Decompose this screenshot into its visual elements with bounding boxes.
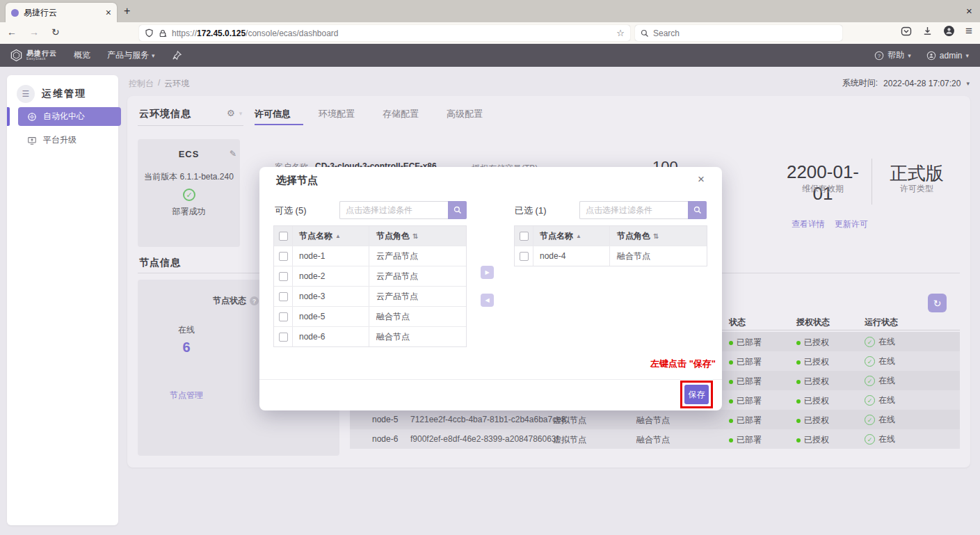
selected-filter-input[interactable]: 点击选择过滤条件 — [579, 201, 688, 219]
forward-icon[interactable]: → — [29, 26, 39, 38]
table-row[interactable]: node-6 融合节点 — [274, 326, 466, 346]
col-node-role[interactable]: 节点角色 — [376, 230, 410, 242]
move-right-button[interactable]: ▶ — [481, 266, 494, 279]
available-search-button[interactable] — [448, 201, 467, 219]
table-row[interactable]: node-5 融合节点 — [274, 306, 466, 326]
sidebar-collapse-icon[interactable]: ☰ — [17, 85, 35, 103]
check-circle-icon: ✓ — [865, 337, 875, 347]
node-role: 融合节点 — [369, 311, 466, 323]
new-tab-button[interactable]: + — [124, 6, 130, 17]
table-row[interactable]: node-1 云产品节点 — [274, 246, 466, 266]
row-checkbox[interactable] — [279, 312, 288, 321]
tab-license-info[interactable]: 许可信息 — [255, 108, 291, 120]
tab-close-icon[interactable]: × — [106, 8, 111, 17]
sort-icon[interactable]: ⇅ — [653, 232, 659, 240]
window-close-icon[interactable]: × — [966, 6, 972, 16]
download-icon[interactable] — [922, 26, 933, 36]
green-dot-icon — [729, 341, 733, 345]
table-row[interactable]: node-5 7121ee2f-4ccb-4ba7-81b1-c2b4a6ba7… — [350, 410, 960, 429]
node-name: node-5 — [372, 415, 398, 424]
browser-tab-strip: 易捷行云 × + × — [0, 0, 980, 22]
ecs-version: 当前版本 6.1.1-beta.240 — [138, 171, 240, 183]
bookmark-star-icon[interactable]: ☆ — [616, 28, 625, 38]
available-table: 节点名称▲ 节点角色⇅ node-1 云产品节点 node-2 云产品节点 no… — [273, 225, 467, 347]
nav-user[interactable]: admin▾ — [926, 51, 969, 61]
node-name: node-4 — [533, 246, 610, 266]
tab-env-config[interactable]: 环境配置 — [319, 108, 355, 120]
table-row[interactable]: node-3 云产品节点 — [274, 286, 466, 306]
node-uuid: f900f2ef-e8df-46e2-8399-a2084786063f — [410, 434, 559, 444]
tab-storage-config[interactable]: 存储配置 — [383, 108, 419, 120]
filter-placeholder: 点击选择过滤条件 — [586, 205, 652, 216]
nav-overview[interactable]: 概览 — [74, 49, 90, 61]
ecs-deploy-status: 部署成功 — [138, 206, 240, 218]
annotation-highlight-box: 保存 — [680, 381, 713, 408]
row-checkbox[interactable] — [279, 252, 288, 261]
node-type: 虚拟节点 — [553, 434, 586, 446]
license-type-label: 许可类型 — [882, 183, 951, 195]
env-settings[interactable]: ⚙ ▾ — [227, 108, 242, 118]
tutorial-annotation: 左键点击 "保存" — [646, 358, 716, 370]
move-left-button[interactable]: ◀ — [481, 294, 494, 307]
view-details-link[interactable]: 查看详情 — [792, 218, 825, 230]
site-favicon-icon — [11, 9, 19, 17]
brand-logo[interactable]: 易捷行云 EasyStack — [10, 49, 57, 62]
node-manage-link[interactable]: 节点管理 — [138, 390, 235, 401]
lock-icon[interactable] — [159, 29, 167, 38]
available-label: 可选 (5) — [275, 205, 307, 217]
pin-icon[interactable] — [172, 50, 182, 61]
nav-products[interactable]: 产品与服务▾ — [107, 49, 155, 61]
automation-icon — [27, 112, 37, 122]
selected-search-button[interactable] — [688, 201, 707, 219]
help-question-icon[interactable]: ? — [250, 296, 259, 305]
breadcrumb-root[interactable]: 控制台 — [129, 78, 154, 90]
sort-asc-icon[interactable]: ▲ — [335, 233, 341, 239]
refresh-button[interactable]: ↻ — [928, 294, 947, 312]
select-all-checkbox[interactable] — [279, 232, 288, 241]
platform-upgrade-icon — [27, 136, 37, 145]
active-item-accent — [7, 107, 10, 126]
row-checkbox[interactable] — [520, 252, 529, 261]
browser-tab[interactable]: 易捷行云 × — [6, 3, 117, 22]
chevron-down-icon: ▾ — [966, 80, 970, 87]
selected-table: 节点名称▲ 节点角色⇅ node-4 融合节点 — [514, 225, 707, 266]
divider — [259, 379, 722, 380]
sort-asc-icon[interactable]: ▲ — [576, 233, 581, 239]
sidebar-item-platform-upgrade[interactable]: 平台升级 — [18, 131, 121, 150]
col-node-role[interactable]: 节点角色 — [617, 230, 650, 242]
account-icon[interactable] — [943, 25, 955, 37]
sort-icon[interactable]: ⇅ — [412, 232, 418, 240]
modal-close-icon[interactable]: × — [698, 173, 705, 186]
table-row[interactable]: node-2 云产品节点 — [274, 266, 466, 286]
green-dot-icon — [729, 380, 733, 384]
brand-hexagon-icon — [10, 49, 23, 62]
table-row[interactable]: node-6 f900f2ef-e8df-46e2-8399-a20847860… — [350, 429, 960, 449]
divider — [871, 159, 872, 205]
node-name: node-6 — [372, 434, 398, 444]
system-time[interactable]: 系统时间: 2022-04-28 17:07:20 ▾ — [826, 77, 970, 89]
tab-advanced-config[interactable]: 高级配置 — [447, 108, 483, 120]
select-all-checkbox[interactable] — [520, 232, 529, 241]
back-icon[interactable]: ← — [7, 26, 17, 38]
shield-icon[interactable] — [145, 29, 154, 38]
available-filter-input[interactable]: 点击选择过滤条件 — [339, 201, 448, 219]
row-checkbox[interactable] — [279, 272, 288, 281]
green-dot-icon — [729, 360, 733, 365]
col-node-name[interactable]: 节点名称 — [299, 230, 332, 242]
browser-search-bar[interactable]: Search — [635, 25, 842, 41]
url-bar[interactable]: https://172.45.0.125/console/ecas/dashbo… — [139, 25, 630, 41]
menu-icon[interactable]: ≡ — [965, 25, 972, 37]
row-checkbox[interactable] — [279, 333, 288, 342]
update-license-link[interactable]: 更新许可 — [835, 218, 868, 230]
nav-help[interactable]: ? 帮助▾ — [874, 49, 911, 61]
col-node-name[interactable]: 节点名称 — [540, 230, 573, 242]
reload-icon[interactable]: ↻ — [51, 26, 60, 38]
breadcrumb: 控制台 / 云环境 — [129, 78, 189, 90]
env-info-title: 云环境信息 — [139, 108, 191, 120]
save-button[interactable]: 保存 — [684, 385, 709, 404]
pocket-icon[interactable] — [901, 26, 912, 37]
sidebar-item-automation-center[interactable]: 自动化中心 — [18, 107, 121, 126]
row-checkbox[interactable] — [279, 292, 288, 301]
edit-pencil-icon[interactable]: ✎ — [230, 149, 236, 159]
table-row[interactable]: node-4 融合节点 — [515, 246, 707, 266]
